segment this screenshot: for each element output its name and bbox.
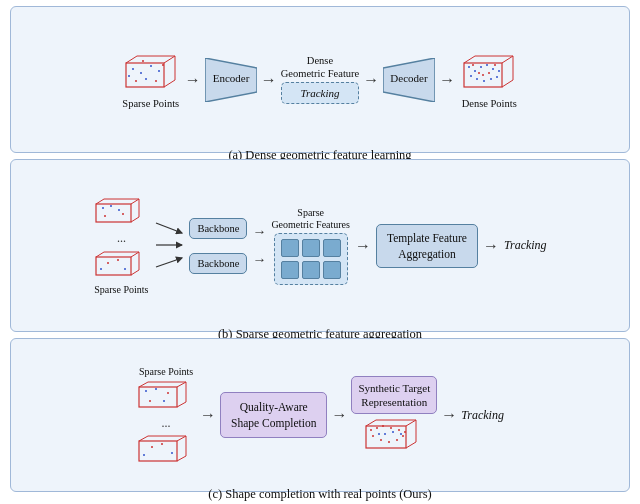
svg-line-55 xyxy=(131,252,139,257)
dense-points-svg xyxy=(459,51,519,96)
svg-point-27 xyxy=(474,70,476,72)
svg-line-88 xyxy=(366,420,376,426)
svg-point-97 xyxy=(398,429,400,431)
svg-point-84 xyxy=(161,443,163,445)
quality-aware-label: Quality-AwareShape Completion xyxy=(231,401,316,429)
pc-b1 xyxy=(93,196,149,228)
svg-rect-42 xyxy=(96,204,131,222)
svg-point-99 xyxy=(372,435,374,437)
svg-point-48 xyxy=(102,207,104,209)
backbone-col: Backbone Backbone xyxy=(189,218,247,274)
fan-svg xyxy=(154,213,184,278)
svg-point-40 xyxy=(494,64,496,66)
svg-point-36 xyxy=(496,76,498,78)
svg-rect-77 xyxy=(139,441,177,461)
feat-sq-2 xyxy=(302,239,320,257)
svg-point-95 xyxy=(382,425,384,427)
panel-b: ... Sparse Points xyxy=(10,159,630,332)
sparse-points-svg-a xyxy=(121,51,181,96)
svg-point-102 xyxy=(396,439,398,441)
svg-line-43 xyxy=(96,199,104,204)
pc-c1 xyxy=(136,379,196,414)
svg-point-50 xyxy=(118,209,120,211)
synthetic-pc xyxy=(363,416,425,454)
feat-sq-1 xyxy=(281,239,299,257)
tracking-a: Tracking xyxy=(300,87,339,99)
sparse-feat-dashed xyxy=(274,233,348,285)
quality-aware-block: Quality-AwareShape Completion xyxy=(220,392,327,438)
feat-row-1 xyxy=(281,239,341,257)
sparse-label-a: Sparse Points xyxy=(122,98,179,109)
arrow-b3: → xyxy=(355,238,371,254)
svg-line-54 xyxy=(96,252,104,257)
sparse-stack-c: Sparse Points ... xyxy=(136,366,196,465)
arrows-to-feat: → → xyxy=(252,225,266,267)
arrow-a3: → xyxy=(363,72,379,88)
svg-point-6 xyxy=(132,68,134,70)
svg-point-30 xyxy=(492,68,494,70)
svg-rect-0 xyxy=(126,63,164,87)
svg-line-44 xyxy=(131,199,139,204)
svg-point-62 xyxy=(124,268,126,270)
svg-line-56 xyxy=(131,270,139,275)
sparse-geo-label: SparseGeometric Features xyxy=(271,207,350,231)
main-container: Sparse Points → Encoder → DenseGeometric… xyxy=(0,0,640,504)
svg-line-90 xyxy=(406,442,416,448)
svg-line-78 xyxy=(139,436,148,441)
feat-row-2 xyxy=(281,261,341,279)
svg-point-106 xyxy=(378,433,380,435)
dense-points: Dense Points xyxy=(459,51,519,109)
backbone-2: Backbone xyxy=(189,253,247,274)
svg-line-45 xyxy=(131,217,139,222)
svg-point-61 xyxy=(100,268,102,270)
arrow-a1: → xyxy=(185,72,201,88)
svg-point-59 xyxy=(107,262,109,264)
svg-point-73 xyxy=(155,388,157,390)
svg-point-14 xyxy=(162,64,164,66)
svg-point-86 xyxy=(171,452,173,454)
feat-sq-4 xyxy=(281,261,299,279)
dense-geo-label-a: DenseGeometric Feature xyxy=(281,55,359,80)
svg-point-28 xyxy=(480,66,482,68)
svg-point-32 xyxy=(470,75,472,77)
svg-point-34 xyxy=(483,80,485,82)
feat-sq-6 xyxy=(323,261,341,279)
svg-point-49 xyxy=(110,205,112,207)
tracking-c: Tracking xyxy=(461,408,504,423)
svg-point-11 xyxy=(135,80,137,82)
synthetic-block: Synthetic TargetRepresentation xyxy=(351,376,437,415)
panel-a: Sparse Points → Encoder → DenseGeometric… xyxy=(10,6,630,153)
arrow-b1: → xyxy=(252,225,266,239)
svg-line-80 xyxy=(177,456,186,461)
svg-point-12 xyxy=(155,80,157,82)
svg-point-107 xyxy=(400,433,402,435)
backbone-1: Backbone xyxy=(189,218,247,239)
svg-point-74 xyxy=(167,392,169,394)
svg-point-98 xyxy=(404,431,406,433)
encoder-block: Encoder xyxy=(205,58,257,102)
svg-point-31 xyxy=(498,70,500,72)
arrow-a4: → xyxy=(439,72,455,88)
template-agg: Template FeatureAggregation xyxy=(376,224,478,268)
svg-point-52 xyxy=(122,213,124,215)
arrow-b2: → xyxy=(252,253,266,267)
arrow-c3: → xyxy=(441,407,457,423)
svg-point-72 xyxy=(145,390,147,392)
svg-point-75 xyxy=(149,400,151,402)
svg-line-67 xyxy=(139,382,148,387)
svg-line-21 xyxy=(464,56,475,63)
svg-point-15 xyxy=(128,75,130,77)
svg-point-38 xyxy=(488,72,490,74)
sparse-geo-features: SparseGeometric Features xyxy=(271,207,350,285)
panel-b-row: ... Sparse Points xyxy=(19,166,621,325)
caption-c: (c) Shape completion with real points (O… xyxy=(19,487,621,502)
svg-rect-53 xyxy=(96,257,131,275)
svg-point-83 xyxy=(151,446,153,448)
svg-line-22 xyxy=(502,56,513,63)
decoder-block: Decoder xyxy=(383,58,435,102)
svg-line-69 xyxy=(177,402,186,407)
svg-point-9 xyxy=(158,70,160,72)
svg-rect-87 xyxy=(366,426,406,448)
sparse-label-c: Sparse Points xyxy=(139,366,193,377)
svg-line-2 xyxy=(164,56,175,63)
